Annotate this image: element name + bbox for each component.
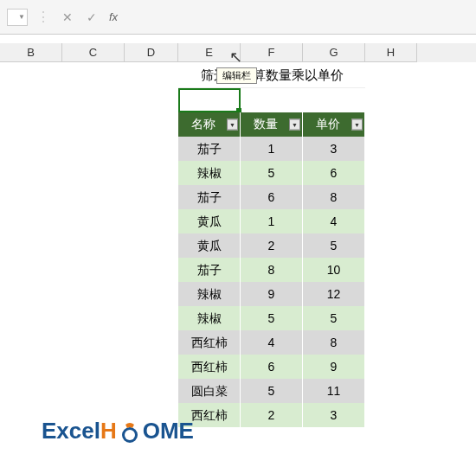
title-cell[interactable]: 筛选后计算数量乘以单价 — [178, 62, 365, 88]
table-row: 黄瓜14 — [0, 209, 476, 233]
cell-name[interactable]: 黄瓜 — [178, 233, 241, 258]
table-row: 辣椒55 — [0, 306, 476, 330]
table-row: 黄瓜25 — [0, 233, 476, 258]
cell-price[interactable]: 4 — [303, 209, 365, 233]
cell-qty[interactable]: 1 — [241, 209, 303, 233]
table-row: 茄子13 — [0, 137, 476, 161]
col-header[interactable]: C — [62, 43, 125, 62]
cell-name[interactable]: 辣椒 — [178, 282, 241, 306]
spreadsheet-grid: B C D E F G H 筛选后计算数量乘以单价 名称 ▼ 数量 ▼ — [0, 43, 476, 427]
logo: ExcelHOME — [42, 418, 194, 445]
cell-qty[interactable]: 5 — [241, 306, 303, 330]
cell-qty[interactable]: 8 — [241, 258, 303, 282]
cell-name[interactable]: 圆白菜 — [178, 379, 241, 403]
formula-input[interactable] — [123, 9, 469, 26]
col-header[interactable]: F — [241, 43, 303, 62]
cell-price[interactable]: 5 — [303, 233, 365, 258]
table-header-name[interactable]: 名称 ▼ — [178, 112, 241, 137]
cell-name[interactable]: 西红柿 — [178, 330, 241, 355]
cell-price[interactable]: 8 — [303, 185, 365, 209]
col-header[interactable]: H — [365, 43, 417, 62]
cell-qty[interactable]: 9 — [241, 282, 303, 306]
cell-name[interactable]: 茄子 — [178, 137, 241, 161]
logo-text: OME — [143, 418, 194, 444]
cell-price[interactable]: 3 — [303, 403, 365, 427]
cell-qty[interactable]: 1 — [241, 137, 303, 161]
header-label: 名称 — [191, 117, 215, 132]
cell-price[interactable]: 10 — [303, 258, 365, 282]
cell-name[interactable]: 西红柿 — [178, 355, 241, 379]
header-label: 单价 — [316, 117, 340, 132]
col-header[interactable]: B — [0, 43, 62, 62]
col-header[interactable]: G — [303, 43, 365, 62]
cell-name[interactable]: 茄子 — [178, 185, 241, 209]
cell-qty[interactable]: 2 — [241, 233, 303, 258]
tooltip: 编辑栏 — [216, 67, 257, 84]
cell-name[interactable]: 黄瓜 — [178, 209, 241, 233]
cell-qty[interactable]: 5 — [241, 379, 303, 403]
cell-price[interactable]: 8 — [303, 330, 365, 355]
logo-text: H — [100, 418, 117, 444]
cell-qty[interactable]: 6 — [241, 185, 303, 209]
separator-icon: ⋮ — [36, 9, 50, 25]
table-row: 西红柿48 — [0, 330, 476, 355]
fx-label[interactable]: fx — [109, 10, 118, 23]
cell-price[interactable]: 12 — [303, 282, 365, 306]
table-row: 茄子68 — [0, 185, 476, 209]
cell-qty[interactable]: 4 — [241, 330, 303, 355]
cancel-icon[interactable]: ✕ — [59, 9, 76, 26]
name-box[interactable]: ▼ — [7, 9, 28, 26]
cell-price[interactable]: 9 — [303, 355, 365, 379]
cell-price[interactable]: 5 — [303, 306, 365, 330]
formula-bar: ▼ ⋮ ✕ ✓ fx — [0, 0, 476, 35]
header-label: 数量 — [254, 117, 278, 132]
logo-mascot-icon — [117, 419, 143, 445]
cell-name[interactable]: 辣椒 — [178, 161, 241, 185]
filter-icon[interactable]: ▼ — [289, 119, 300, 131]
active-cell[interactable] — [178, 88, 241, 112]
col-header[interactable]: D — [125, 43, 178, 62]
table-header-qty[interactable]: 数量 ▼ — [241, 112, 303, 137]
logo-text: Excel — [42, 418, 100, 444]
cell-name[interactable]: 辣椒 — [178, 306, 241, 330]
table-row: 辣椒912 — [0, 282, 476, 306]
svg-point-1 — [125, 430, 135, 440]
table-header-price[interactable]: 单价 ▼ — [303, 112, 365, 137]
table-row: 茄子810 — [0, 258, 476, 282]
dropdown-icon: ▼ — [18, 13, 25, 21]
cell-name[interactable]: 茄子 — [178, 258, 241, 282]
filter-icon[interactable]: ▼ — [227, 119, 238, 131]
table-row: 辣椒56 — [0, 161, 476, 185]
cell-price[interactable]: 6 — [303, 161, 365, 185]
cell-qty[interactable]: 5 — [241, 161, 303, 185]
filter-icon[interactable]: ▼ — [351, 119, 363, 131]
cursor-icon: ↖ — [229, 48, 242, 67]
table-row: 圆白菜511 — [0, 379, 476, 403]
cell-price[interactable]: 3 — [303, 137, 365, 161]
cell-price[interactable]: 11 — [303, 379, 365, 403]
confirm-icon[interactable]: ✓ — [83, 9, 100, 26]
cell-qty[interactable]: 2 — [241, 403, 303, 427]
cell-qty[interactable]: 6 — [241, 355, 303, 379]
table-row: 西红柿69 — [0, 355, 476, 379]
